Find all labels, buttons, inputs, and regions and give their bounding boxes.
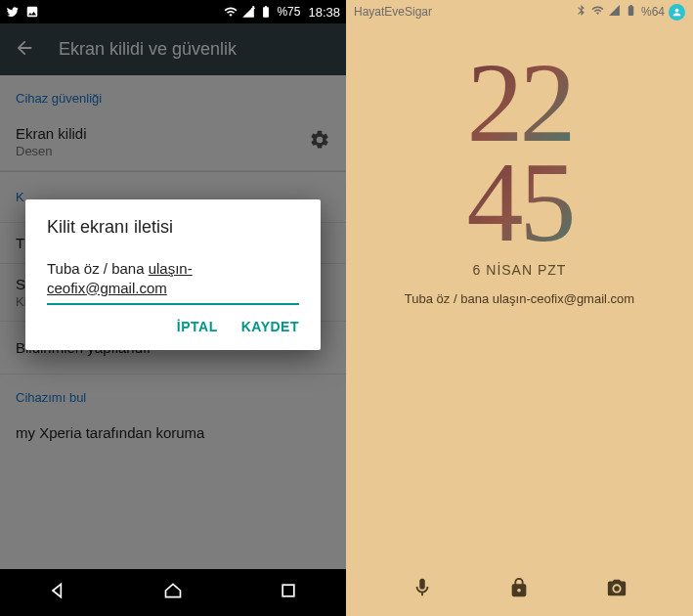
phone-left-settings: %75 18:38 Ekran kilidi ve güvenlik Cihaz…	[0, 0, 346, 616]
image-icon	[25, 5, 39, 19]
status-bar: HayatEveSigar %64	[346, 0, 693, 23]
status-time: 18:38	[308, 5, 340, 20]
battery-percent: %75	[277, 5, 300, 19]
lock-clock: 22 45	[346, 53, 693, 252]
bluetooth-icon	[575, 4, 587, 20]
system-nav-bar	[0, 569, 346, 616]
signal-icon	[241, 5, 255, 19]
svg-rect-0	[282, 585, 294, 596]
mic-icon[interactable]	[411, 577, 433, 602]
nav-back-icon[interactable]	[48, 581, 67, 604]
clock-hours: 22	[346, 53, 693, 153]
status-bar: %75 18:38	[0, 0, 346, 23]
status-app-label: HayatEveSigar	[354, 5, 432, 19]
wifi-icon	[224, 5, 238, 19]
battery-icon	[625, 4, 637, 20]
cancel-button[interactable]: İPTAL	[177, 319, 218, 334]
user-avatar-icon[interactable]	[669, 4, 685, 21]
wifi-icon	[591, 4, 604, 20]
dialog-title: Kilit ekranı iletisi	[47, 217, 299, 238]
lock-date: 6 NİSAN PZT	[346, 262, 693, 278]
lock-message-dialog: Kilit ekranı iletisi Tuba öz / bana ulaş…	[25, 199, 321, 350]
camera-icon[interactable]	[606, 577, 628, 602]
lock-message-input[interactable]: Tuba öz / bana ulaşın-ceofix@gmail.com	[47, 255, 299, 305]
save-button[interactable]: KAYDET	[241, 319, 299, 334]
lock-icon[interactable]	[508, 577, 530, 602]
phone-right-lockscreen: HayatEveSigar %64 22 45 6 NİSAN PZT Tuba…	[346, 0, 693, 616]
twitter-icon	[6, 5, 20, 19]
nav-recent-icon[interactable]	[279, 581, 298, 604]
signal-icon	[608, 4, 621, 20]
battery-percent: %64	[641, 5, 665, 19]
lock-bottom-row	[346, 577, 693, 602]
lock-screen-message: Tuba öz / bana ulaşın-ceofix@gmail.com	[346, 291, 693, 306]
nav-home-icon[interactable]	[163, 581, 183, 604]
battery-icon	[259, 5, 273, 19]
clock-minutes: 45	[346, 153, 693, 252]
